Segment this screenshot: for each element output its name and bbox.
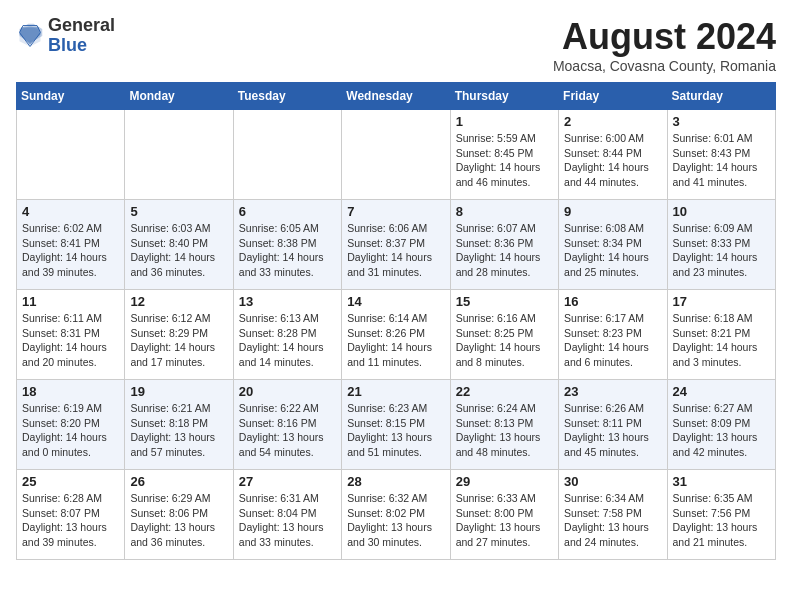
calendar-table: SundayMondayTuesdayWednesdayThursdayFrid… (16, 82, 776, 560)
day-info: Sunrise: 6:29 AMSunset: 8:06 PMDaylight:… (130, 491, 227, 550)
calendar-cell: 18Sunrise: 6:19 AMSunset: 8:20 PMDayligh… (17, 380, 125, 470)
weekday-header-monday: Monday (125, 83, 233, 110)
day-info: Sunrise: 6:34 AMSunset: 7:58 PMDaylight:… (564, 491, 661, 550)
weekday-header-tuesday: Tuesday (233, 83, 341, 110)
calendar-cell: 21Sunrise: 6:23 AMSunset: 8:15 PMDayligh… (342, 380, 450, 470)
weekday-header-friday: Friday (559, 83, 667, 110)
calendar-cell: 9Sunrise: 6:08 AMSunset: 8:34 PMDaylight… (559, 200, 667, 290)
calendar-cell: 27Sunrise: 6:31 AMSunset: 8:04 PMDayligh… (233, 470, 341, 560)
calendar-cell: 20Sunrise: 6:22 AMSunset: 8:16 PMDayligh… (233, 380, 341, 470)
day-info: Sunrise: 6:01 AMSunset: 8:43 PMDaylight:… (673, 131, 770, 190)
calendar-cell: 26Sunrise: 6:29 AMSunset: 8:06 PMDayligh… (125, 470, 233, 560)
calendar-cell: 31Sunrise: 6:35 AMSunset: 7:56 PMDayligh… (667, 470, 775, 560)
day-info: Sunrise: 6:31 AMSunset: 8:04 PMDaylight:… (239, 491, 336, 550)
day-info: Sunrise: 6:13 AMSunset: 8:28 PMDaylight:… (239, 311, 336, 370)
day-info: Sunrise: 6:03 AMSunset: 8:40 PMDaylight:… (130, 221, 227, 280)
day-info: Sunrise: 6:02 AMSunset: 8:41 PMDaylight:… (22, 221, 119, 280)
day-number: 8 (456, 204, 553, 219)
day-info: Sunrise: 6:08 AMSunset: 8:34 PMDaylight:… (564, 221, 661, 280)
day-number: 6 (239, 204, 336, 219)
day-number: 21 (347, 384, 444, 399)
day-info: Sunrise: 6:22 AMSunset: 8:16 PMDaylight:… (239, 401, 336, 460)
day-number: 2 (564, 114, 661, 129)
weekday-header-thursday: Thursday (450, 83, 558, 110)
weekday-header-row: SundayMondayTuesdayWednesdayThursdayFrid… (17, 83, 776, 110)
day-info: Sunrise: 6:16 AMSunset: 8:25 PMDaylight:… (456, 311, 553, 370)
calendar-week-2: 4Sunrise: 6:02 AMSunset: 8:41 PMDaylight… (17, 200, 776, 290)
day-number: 10 (673, 204, 770, 219)
calendar-cell: 1Sunrise: 5:59 AMSunset: 8:45 PMDaylight… (450, 110, 558, 200)
calendar-cell: 7Sunrise: 6:06 AMSunset: 8:37 PMDaylight… (342, 200, 450, 290)
calendar-cell: 12Sunrise: 6:12 AMSunset: 8:29 PMDayligh… (125, 290, 233, 380)
day-info: Sunrise: 6:18 AMSunset: 8:21 PMDaylight:… (673, 311, 770, 370)
calendar-title: August 2024 (553, 16, 776, 58)
calendar-cell: 2Sunrise: 6:00 AMSunset: 8:44 PMDaylight… (559, 110, 667, 200)
calendar-cell: 17Sunrise: 6:18 AMSunset: 8:21 PMDayligh… (667, 290, 775, 380)
weekday-header-sunday: Sunday (17, 83, 125, 110)
calendar-cell (125, 110, 233, 200)
day-number: 27 (239, 474, 336, 489)
day-info: Sunrise: 6:35 AMSunset: 7:56 PMDaylight:… (673, 491, 770, 550)
day-info: Sunrise: 6:19 AMSunset: 8:20 PMDaylight:… (22, 401, 119, 460)
calendar-cell: 8Sunrise: 6:07 AMSunset: 8:36 PMDaylight… (450, 200, 558, 290)
calendar-cell: 4Sunrise: 6:02 AMSunset: 8:41 PMDaylight… (17, 200, 125, 290)
day-number: 11 (22, 294, 119, 309)
day-info: Sunrise: 6:11 AMSunset: 8:31 PMDaylight:… (22, 311, 119, 370)
day-number: 19 (130, 384, 227, 399)
calendar-week-4: 18Sunrise: 6:19 AMSunset: 8:20 PMDayligh… (17, 380, 776, 470)
calendar-cell (17, 110, 125, 200)
calendar-cell: 30Sunrise: 6:34 AMSunset: 7:58 PMDayligh… (559, 470, 667, 560)
calendar-cell: 10Sunrise: 6:09 AMSunset: 8:33 PMDayligh… (667, 200, 775, 290)
day-number: 1 (456, 114, 553, 129)
day-number: 24 (673, 384, 770, 399)
calendar-cell: 25Sunrise: 6:28 AMSunset: 8:07 PMDayligh… (17, 470, 125, 560)
calendar-cell: 11Sunrise: 6:11 AMSunset: 8:31 PMDayligh… (17, 290, 125, 380)
day-info: Sunrise: 6:00 AMSunset: 8:44 PMDaylight:… (564, 131, 661, 190)
day-number: 18 (22, 384, 119, 399)
day-number: 4 (22, 204, 119, 219)
logo-text: General Blue (48, 16, 115, 56)
calendar-week-1: 1Sunrise: 5:59 AMSunset: 8:45 PMDaylight… (17, 110, 776, 200)
day-number: 13 (239, 294, 336, 309)
day-number: 16 (564, 294, 661, 309)
page-header: General Blue August 2024 Moacsa, Covasna… (16, 16, 776, 74)
day-info: Sunrise: 6:14 AMSunset: 8:26 PMDaylight:… (347, 311, 444, 370)
day-info: Sunrise: 6:12 AMSunset: 8:29 PMDaylight:… (130, 311, 227, 370)
logo-icon (16, 22, 44, 50)
day-number: 12 (130, 294, 227, 309)
calendar-cell: 24Sunrise: 6:27 AMSunset: 8:09 PMDayligh… (667, 380, 775, 470)
calendar-cell: 23Sunrise: 6:26 AMSunset: 8:11 PMDayligh… (559, 380, 667, 470)
calendar-cell: 28Sunrise: 6:32 AMSunset: 8:02 PMDayligh… (342, 470, 450, 560)
day-info: Sunrise: 6:27 AMSunset: 8:09 PMDaylight:… (673, 401, 770, 460)
day-info: Sunrise: 6:06 AMSunset: 8:37 PMDaylight:… (347, 221, 444, 280)
calendar-cell: 15Sunrise: 6:16 AMSunset: 8:25 PMDayligh… (450, 290, 558, 380)
day-info: Sunrise: 6:21 AMSunset: 8:18 PMDaylight:… (130, 401, 227, 460)
day-info: Sunrise: 6:09 AMSunset: 8:33 PMDaylight:… (673, 221, 770, 280)
day-number: 22 (456, 384, 553, 399)
calendar-cell (342, 110, 450, 200)
day-number: 30 (564, 474, 661, 489)
day-number: 23 (564, 384, 661, 399)
weekday-header-wednesday: Wednesday (342, 83, 450, 110)
day-number: 5 (130, 204, 227, 219)
calendar-cell: 14Sunrise: 6:14 AMSunset: 8:26 PMDayligh… (342, 290, 450, 380)
day-info: Sunrise: 6:07 AMSunset: 8:36 PMDaylight:… (456, 221, 553, 280)
day-info: Sunrise: 6:32 AMSunset: 8:02 PMDaylight:… (347, 491, 444, 550)
logo-general-text: General (48, 15, 115, 35)
day-number: 31 (673, 474, 770, 489)
logo: General Blue (16, 16, 115, 56)
calendar-cell: 6Sunrise: 6:05 AMSunset: 8:38 PMDaylight… (233, 200, 341, 290)
calendar-cell: 16Sunrise: 6:17 AMSunset: 8:23 PMDayligh… (559, 290, 667, 380)
title-block: August 2024 Moacsa, Covasna County, Roma… (553, 16, 776, 74)
day-number: 26 (130, 474, 227, 489)
day-number: 14 (347, 294, 444, 309)
day-number: 28 (347, 474, 444, 489)
day-number: 9 (564, 204, 661, 219)
calendar-location: Moacsa, Covasna County, Romania (553, 58, 776, 74)
day-info: Sunrise: 6:33 AMSunset: 8:00 PMDaylight:… (456, 491, 553, 550)
day-number: 25 (22, 474, 119, 489)
calendar-cell: 13Sunrise: 6:13 AMSunset: 8:28 PMDayligh… (233, 290, 341, 380)
day-number: 15 (456, 294, 553, 309)
calendar-cell: 3Sunrise: 6:01 AMSunset: 8:43 PMDaylight… (667, 110, 775, 200)
calendar-cell: 29Sunrise: 6:33 AMSunset: 8:00 PMDayligh… (450, 470, 558, 560)
